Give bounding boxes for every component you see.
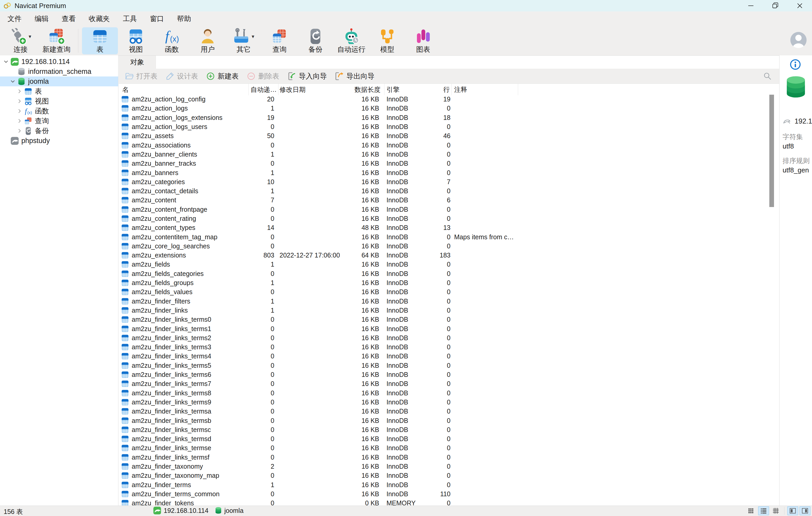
table-row[interactable]: am2zu_finder_links_termsa016 KBInnoDB0	[119, 407, 779, 416]
detail-view-button[interactable]	[771, 506, 781, 515]
chevron-right-icon[interactable]	[16, 87, 23, 95]
chevron-down-icon[interactable]: ▾	[252, 33, 254, 39]
search-icon[interactable]	[762, 71, 773, 81]
table-row[interactable]: am2zu_finder_links_terms8016 KBInnoDB0	[119, 389, 779, 398]
table-row[interactable]: am2zu_finder_links_termsb016 KBInnoDB0	[119, 416, 779, 425]
list-view-button[interactable]	[758, 506, 769, 515]
table-row[interactable]: am2zu_contentitem_tag_map016 KBInnoDB0Ma…	[119, 232, 779, 241]
table-row[interactable]: am2zu_content_frontpage016 KBInnoDB0	[119, 205, 779, 214]
toolbar-view-button[interactable]: 视图	[118, 27, 154, 54]
import-wizard-button[interactable]: 导入向导	[284, 70, 330, 82]
toolbar-chart-button[interactable]: 图表	[405, 27, 441, 54]
table-row[interactable]: am2zu_fields_groups116 KBInnoDB0	[119, 278, 779, 287]
sidebar-item-server-phpstudy[interactable]: phpstudy	[0, 136, 118, 146]
chevron-right-icon[interactable]	[16, 107, 23, 115]
toolbar-model-button[interactable]: 模型	[369, 27, 405, 54]
table-row[interactable]: am2zu_finder_links_terms4016 KBInnoDB0	[119, 352, 779, 361]
sidebar-item-joomla-backups[interactable]: 备份	[0, 126, 118, 136]
table-row[interactable]: am2zu_banner_clients116 KBInnoDB0	[119, 150, 779, 159]
sidebar-item-joomla-views[interactable]: 视图	[0, 96, 118, 106]
table-row[interactable]: am2zu_banners116 KBInnoDB0	[119, 168, 779, 177]
table-row[interactable]: am2zu_contact_details116 KBInnoDB0	[119, 186, 779, 195]
column-header-rows[interactable]: 行	[424, 84, 452, 95]
table-row[interactable]: am2zu_fields_values016 KBInnoDB0	[119, 287, 779, 297]
toolbar-query-button[interactable]: 查询	[262, 27, 297, 54]
table-row[interactable]: am2zu_action_logs_extensions1916 KBInnoD…	[119, 113, 779, 122]
sidebar-item-db-joomla[interactable]: joomla	[0, 77, 118, 86]
table-row[interactable]: am2zu_extensions8032022-12-27 17:06:0064…	[119, 251, 779, 260]
table-row[interactable]: am2zu_finder_links_termsd016 KBInnoDB0	[119, 434, 779, 444]
toolbar-table-button[interactable]: 表	[82, 27, 118, 54]
table-row[interactable]: am2zu_finder_links_termsf016 KBInnoDB0	[119, 453, 779, 462]
toolbar-automation-button[interactable]: 自动运行	[334, 27, 369, 54]
menu-item-6[interactable]: 窗口	[143, 11, 171, 26]
table-row[interactable]: am2zu_finder_filters116 KBInnoDB0	[119, 297, 779, 306]
table-row[interactable]: am2zu_finder_terms_common016 KBInnoDB110	[119, 489, 779, 498]
table-row[interactable]: am2zu_finder_links_terms0016 KBInnoDB0	[119, 315, 779, 324]
menu-item-1[interactable]: 文件	[1, 11, 28, 26]
restore-button[interactable]	[763, 0, 787, 11]
table-row[interactable]: am2zu_core_log_searches016 KBInnoDB0	[119, 242, 779, 251]
column-header-name[interactable]: 名	[119, 84, 249, 95]
column-header-modified-date[interactable]: 修改日期	[279, 84, 361, 95]
chevron-right-icon[interactable]	[16, 117, 23, 125]
table-row[interactable]: am2zu_finder_links_terms5016 KBInnoDB0	[119, 361, 779, 370]
sidebar-item-joomla-tables[interactable]: 表	[0, 86, 118, 96]
table-row[interactable]: am2zu_action_log_config2016 KBInnoDB19	[119, 95, 779, 104]
left-pane-toggle[interactable]	[787, 506, 798, 515]
table-row[interactable]: am2zu_finder_taxonomy216 KBInnoDB0	[119, 462, 779, 471]
table-row[interactable]: am2zu_action_logs_users016 KBInnoDB0	[119, 122, 779, 131]
export-wizard-button[interactable]: 导出向导	[331, 70, 378, 82]
table-row[interactable]: am2zu_finder_links_terms1016 KBInnoDB0	[119, 324, 779, 333]
column-header-data-length[interactable]: 数据长度	[361, 84, 384, 95]
toolbar-function-button[interactable]: f(x)函数	[154, 27, 190, 54]
toolbar-user-button[interactable]: 用户	[190, 27, 226, 54]
table-row[interactable]: am2zu_finder_links116 KBInnoDB0	[119, 306, 779, 315]
table-row[interactable]: am2zu_banner_tracks016 KBInnoDB0	[119, 159, 779, 168]
right-pane-toggle[interactable]	[800, 506, 810, 515]
table-row[interactable]: am2zu_finder_links_terms9016 KBInnoDB0	[119, 398, 779, 407]
table-row[interactable]: am2zu_categories1016 KBInnoDB7	[119, 177, 779, 186]
grid-view-button[interactable]	[746, 506, 757, 515]
tab-objects[interactable]: 对象	[119, 56, 156, 69]
user-avatar[interactable]	[790, 31, 807, 49]
column-header-engine[interactable]: 引擎	[384, 84, 424, 95]
new-table-button[interactable]: 新建表	[202, 70, 242, 82]
chevron-down-icon[interactable]	[2, 58, 10, 65]
toolbar-backup-button[interactable]: 备份	[297, 27, 334, 54]
table-row[interactable]: am2zu_finder_terms116 KBInnoDB0	[119, 480, 779, 489]
table-row[interactable]: am2zu_content_types1448 KBInnoDB13	[119, 223, 779, 232]
sidebar-item-joomla-functions[interactable]: f(x)函数	[0, 106, 118, 116]
sidebar-item-db-information-schema[interactable]: information_schema	[0, 67, 118, 77]
chevron-down-icon[interactable]	[9, 78, 17, 85]
menu-item-7[interactable]: 帮助	[171, 11, 198, 26]
menu-item-2[interactable]: 编辑	[28, 11, 55, 26]
table-row[interactable]: am2zu_fields_categories016 KBInnoDB0	[119, 269, 779, 278]
toolbar-connection-button[interactable]: ▾连接	[3, 27, 38, 54]
table-row[interactable]: am2zu_finder_tokens00 KBMEMORY0	[119, 498, 779, 506]
table-row[interactable]: am2zu_content716 KBInnoDB6	[119, 195, 779, 205]
menu-item-3[interactable]: 查看	[55, 11, 82, 26]
scrollbar-thumb[interactable]	[769, 95, 774, 207]
table-row[interactable]: am2zu_action_logs116 KBInnoDB0	[119, 104, 779, 113]
table-row[interactable]: am2zu_associations016 KBInnoDB0	[119, 141, 779, 150]
menu-item-4[interactable]: 收藏夹	[82, 11, 116, 26]
table-row[interactable]: am2zu_assets5016 KBInnoDB46	[119, 131, 779, 141]
sidebar-item-server-192-168-10-114[interactable]: 192.168.10.114	[0, 57, 118, 67]
chevron-down-icon[interactable]: ▾	[29, 33, 31, 39]
table-row[interactable]: am2zu_content_rating016 KBInnoDB0	[119, 214, 779, 223]
info-icon[interactable]	[789, 59, 801, 70]
table-row[interactable]: am2zu_finder_taxonomy_map016 KBInnoDB0	[119, 471, 779, 480]
table-row[interactable]: am2zu_finder_links_terms2016 KBInnoDB0	[119, 333, 779, 342]
menu-item-5[interactable]: 工具	[116, 11, 143, 26]
toolbar-other-button[interactable]: ▾其它	[226, 27, 262, 54]
table-row[interactable]: am2zu_fields116 KBInnoDB0	[119, 260, 779, 269]
toolbar-new-query-button[interactable]: 新建查询	[38, 27, 75, 54]
table-row[interactable]: am2zu_finder_links_terms6016 KBInnoDB0	[119, 370, 779, 379]
column-header-comment[interactable]: 注释	[452, 84, 518, 95]
table-row[interactable]: am2zu_finder_links_termsc016 KBInnoDB0	[119, 425, 779, 434]
table-row[interactable]: am2zu_finder_links_termse016 KBInnoDB0	[119, 444, 779, 453]
vertical-scrollbar[interactable]	[769, 95, 774, 506]
table-row[interactable]: am2zu_finder_links_terms7016 KBInnoDB0	[119, 379, 779, 388]
column-header-auto-increment[interactable]: 自动递…	[249, 84, 279, 95]
